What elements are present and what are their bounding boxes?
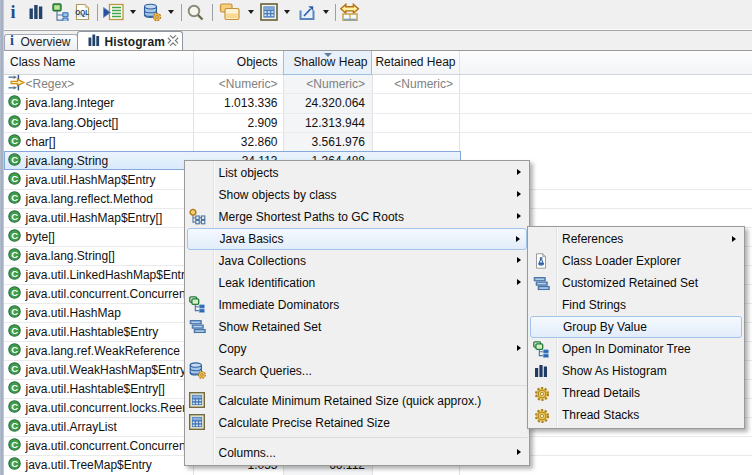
- svg-text:C: C: [11, 401, 18, 412]
- svg-text:C: C: [11, 439, 18, 450]
- svg-text:C: C: [11, 268, 18, 279]
- svg-text:C: C: [11, 192, 18, 203]
- svg-text:C: C: [11, 287, 18, 298]
- svg-text:C: C: [11, 230, 18, 241]
- svg-text:C: C: [11, 211, 18, 222]
- svg-text:C: C: [11, 306, 18, 317]
- svg-text:C: C: [11, 173, 18, 184]
- svg-text:OQL: OQL: [75, 9, 89, 17]
- svg-text:C: C: [11, 382, 18, 393]
- svg-text:C: C: [11, 249, 18, 260]
- svg-text:i: i: [10, 33, 14, 47]
- svg-text:C: C: [11, 420, 18, 431]
- svg-text:C: C: [11, 363, 18, 374]
- svg-text:i: i: [10, 2, 15, 22]
- svg-text:C: C: [11, 344, 18, 355]
- svg-text:C: C: [11, 325, 18, 336]
